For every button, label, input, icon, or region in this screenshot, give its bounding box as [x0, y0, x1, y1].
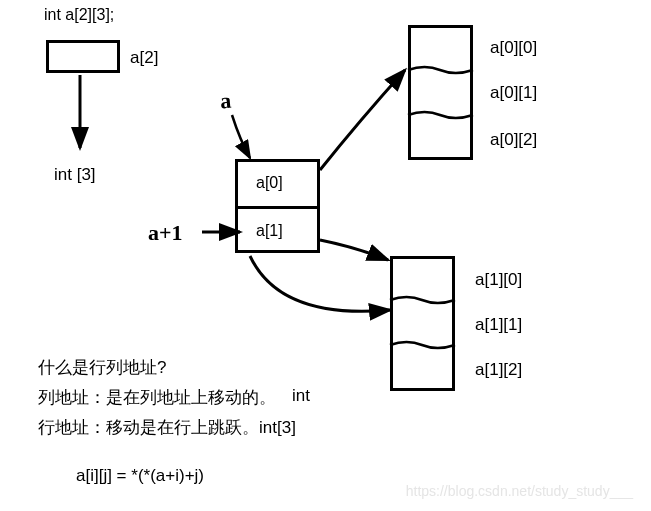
top-right-array-box	[408, 25, 473, 160]
label-a01: a[0][1]	[490, 83, 537, 103]
label-a1: a[1]	[256, 222, 283, 240]
hand-label-a: a	[219, 88, 232, 115]
watermark: https://blog.csdn.net/study_study___	[406, 483, 633, 499]
bottom-right-array-box	[390, 256, 455, 391]
formula-text: a[i][j] = *(*(a+i)+j)	[76, 466, 204, 486]
hand-label-a-plus-1: a+1	[148, 220, 183, 246]
label-a10: a[1][0]	[475, 270, 522, 290]
row-addr-text: 行地址：移动是在行上跳跃。int[3]	[38, 416, 296, 439]
middle-array-divider	[235, 206, 320, 209]
question-text: 什么是行列地址?	[38, 356, 166, 379]
label-a11: a[1][1]	[475, 315, 522, 335]
label-a00: a[0][0]	[490, 38, 537, 58]
label-a12: a[1][2]	[475, 360, 522, 380]
box-a2	[46, 40, 120, 73]
col-addr-text: 列地址：是在列地址上移动的。	[38, 386, 276, 409]
label-a2: a[2]	[130, 48, 158, 68]
col-type-text: int	[292, 386, 310, 406]
code-declaration: int a[2][3];	[44, 6, 114, 24]
label-int3: int [3]	[54, 165, 96, 185]
label-a0: a[0]	[256, 174, 283, 192]
label-a02: a[0][2]	[490, 130, 537, 150]
